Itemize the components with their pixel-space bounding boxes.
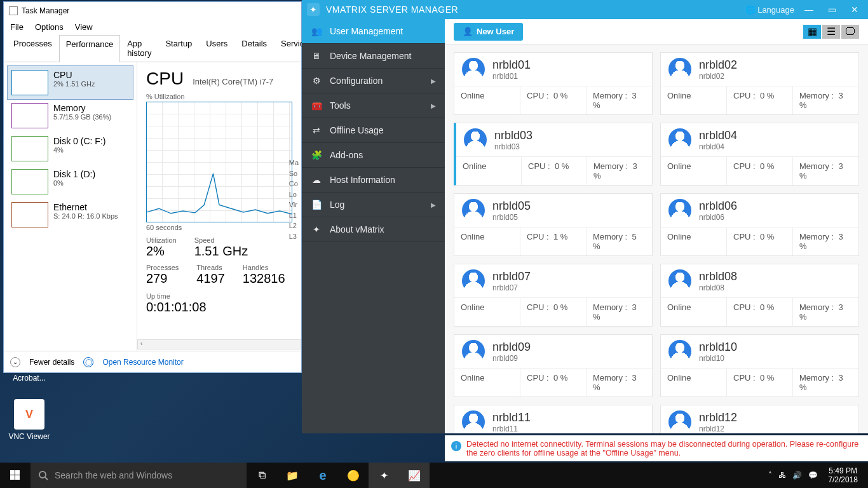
menu-file[interactable]: File — [10, 22, 24, 32]
tab-performance[interactable]: Performance — [59, 35, 120, 62]
tab-processes[interactable]: Processes — [6, 34, 59, 62]
cpu-extra-labels: MaSoCoLoVirL1L2L3 — [289, 158, 299, 241]
search-box[interactable]: Search the web and Windows — [31, 463, 247, 488]
tray-notifications-icon[interactable]: 💬 — [808, 471, 818, 480]
user-memory: Memory : 3 % — [793, 86, 858, 114]
user-plus-icon: 👤 — [463, 27, 473, 36]
mem-thumb-icon — [11, 103, 48, 128]
user-card[interactable]: nrbld07nrbld07OnlineCPU : 0 %Memory : 3 … — [454, 264, 653, 327]
taskbar-taskmgr-icon[interactable]: 📈 — [399, 463, 430, 488]
start-button[interactable] — [0, 463, 31, 488]
nav-host-information[interactable]: ☁Host Information — [302, 168, 445, 193]
vmatrix-window: ✦ VMATRIX SERVER MANAGER 🌐 Language — ▭ … — [302, 0, 868, 433]
d0-thumb-icon — [11, 136, 48, 161]
user-card[interactable]: nrbld08nrbld08OnlineCPU : 0 %Memory : 3 … — [660, 264, 859, 327]
menu-options[interactable]: Options — [35, 22, 64, 32]
nav-tools[interactable]: 🧰Tools▶ — [302, 93, 445, 118]
view-cards-button[interactable]: ▦ — [803, 25, 821, 39]
task-view-button[interactable]: ⧉ — [247, 463, 277, 488]
close-button[interactable]: ✕ — [846, 4, 863, 15]
user-card[interactable]: nrbld01nrbld01OnlineCPU : 0 %Memory : 3 … — [454, 52, 653, 115]
menu-view[interactable]: View — [75, 22, 93, 32]
user-card[interactable]: nrbld12nrbld12OnlineCPU : 1 %Memory : 3 … — [660, 405, 859, 433]
nav-user-management[interactable]: 👥User Management — [302, 19, 445, 44]
sidebar-item-cpu[interactable]: CPU2% 1.51 GHz — [8, 66, 133, 99]
nav-device-management[interactable]: 🖥Device Management — [302, 44, 445, 69]
resource-monitor-icon[interactable]: ◯ — [83, 357, 93, 367]
user-sub: nrbld07 — [492, 283, 531, 292]
user-avatar-icon — [668, 410, 691, 433]
user-cpu: CPU : 1 % — [520, 227, 587, 255]
user-card[interactable]: nrbld05nrbld05OnlineCPU : 1 %Memory : 5 … — [454, 193, 653, 256]
collapse-icon[interactable]: ⌄ — [10, 357, 20, 367]
tab-details[interactable]: Details — [234, 34, 274, 62]
user-cpu: CPU : 0 % — [727, 157, 793, 185]
graph-label: % Utilization — [146, 93, 292, 100]
desktop-icon-vnc[interactable]: V VNC Viewer — [5, 399, 53, 441]
user-sub: nrbld04 — [699, 142, 737, 151]
nav-add-ons[interactable]: 🧩Add-ons — [302, 143, 445, 168]
tab-startup[interactable]: Startup — [158, 34, 199, 62]
sliders-icon: ⚙ — [311, 75, 322, 86]
user-card[interactable]: nrbld02nrbld02OnlineCPU : 0 %Memory : 3 … — [660, 52, 859, 115]
user-status: Online — [454, 298, 520, 326]
user-card[interactable]: nrbld03nrbld03OnlineCPU : 0 %Memory : 3 … — [454, 123, 653, 186]
tray-network-icon[interactable]: 🖧 — [778, 471, 786, 480]
tray-chevron-icon[interactable]: ˄ — [768, 471, 772, 480]
desktop-icon-acrobat[interactable]: Acrobat... — [5, 374, 53, 383]
view-list-button[interactable]: ☰ — [822, 25, 840, 39]
user-avatar-icon — [462, 410, 485, 433]
vmatrix-toolbar: 👤 New User ▦ ☰ 🖵 — [445, 19, 868, 44]
nav-log[interactable]: 📄Log▶ — [302, 193, 445, 217]
user-sub: nrbld11 — [492, 424, 531, 433]
open-resource-monitor-link[interactable]: Open Resource Monitor — [102, 358, 183, 367]
user-card[interactable]: nrbld04nrbld04OnlineCPU : 0 %Memory : 3 … — [660, 123, 859, 186]
vmatrix-titlebar[interactable]: ✦ VMATRIX SERVER MANAGER 🌐 Language — ▭ … — [302, 0, 868, 19]
user-name: nrbld05 — [492, 200, 531, 213]
vmatrix-logo-icon: ✦ — [307, 3, 320, 16]
sidebar-item-d0[interactable]: Disk 0 (C: F:)4% — [8, 132, 133, 165]
new-user-button[interactable]: 👤 New User — [454, 23, 523, 41]
tab-users[interactable]: Users — [199, 34, 234, 62]
eth-thumb-icon — [11, 202, 48, 227]
user-card[interactable]: nrbld09nrbld09OnlineCPU : 0 %Memory : 3 … — [454, 334, 653, 397]
user-card[interactable]: nrbld06nrbld06OnlineCPU : 0 %Memory : 3 … — [660, 193, 859, 256]
taskbar-explorer-icon[interactable]: 📁 — [277, 463, 308, 488]
desktop-icon-label: Acrobat... — [5, 374, 53, 383]
user-card[interactable]: nrbld11nrbld11OnlineCPU : 0 %Memory : 3 … — [454, 405, 653, 433]
language-selector[interactable]: 🌐 Language — [745, 5, 794, 15]
user-card[interactable]: nrbld10nrbld10OnlineCPU : 0 %Memory : 3 … — [660, 334, 859, 397]
user-name: nrbld10 — [699, 341, 737, 354]
svg-rect-0 — [10, 470, 15, 475]
taskbar-chrome-icon[interactable]: 🟡 — [338, 463, 369, 488]
tray-volume-icon[interactable]: 🔊 — [792, 471, 802, 480]
user-avatar-icon — [462, 199, 485, 222]
taskbar-clock[interactable]: 5:49 PM 7/2/2018 — [824, 466, 862, 485]
user-sub: nrbld01 — [492, 72, 531, 81]
view-monitor-button[interactable]: 🖵 — [841, 25, 859, 39]
user-memory: Memory : 3 % — [793, 227, 858, 255]
cpu-heading: CPU — [146, 69, 184, 89]
performance-main: CPU Intel(R) Core(TM) i7-7 % Utilization… — [137, 62, 301, 351]
nav-about-vmatrix[interactable]: ✦About vMatrix — [302, 217, 445, 242]
nav-offline-usage[interactable]: ⇄Offline Usage — [302, 118, 445, 143]
user-name: nrbld11 — [492, 411, 531, 424]
nav-configuration[interactable]: ⚙Configuration▶ — [302, 69, 445, 93]
horizontal-scrollbar[interactable]: ‹ — [137, 339, 301, 349]
user-name: nrbld01 — [492, 58, 531, 72]
sidebar-item-mem[interactable]: Memory5.7/15.9 GB (36%) — [8, 99, 133, 132]
user-memory: Memory : 3 % — [587, 298, 652, 326]
taskbar-ie-icon[interactable]: e — [308, 463, 338, 488]
fewer-details-link[interactable]: Fewer details — [29, 358, 74, 367]
taskbar-vmatrix-icon[interactable]: ✦ — [369, 463, 399, 488]
task-manager-titlebar[interactable]: Task Manager — [4, 2, 301, 20]
tab-app-history[interactable]: App history — [120, 34, 158, 62]
maximize-button[interactable]: ▭ — [824, 4, 840, 15]
user-sub: nrbld05 — [492, 213, 531, 222]
sidebar-item-eth[interactable]: EthernetS: 24.0 R: 16.0 Kbps — [8, 198, 133, 231]
cpu-utilization-graph — [146, 102, 292, 222]
window-title: Task Manager — [22, 6, 69, 15]
sidebar-item-d1[interactable]: Disk 1 (D:)0% — [8, 165, 133, 198]
user-memory: Memory : 3 % — [587, 157, 652, 185]
minimize-button[interactable]: — — [801, 4, 817, 15]
